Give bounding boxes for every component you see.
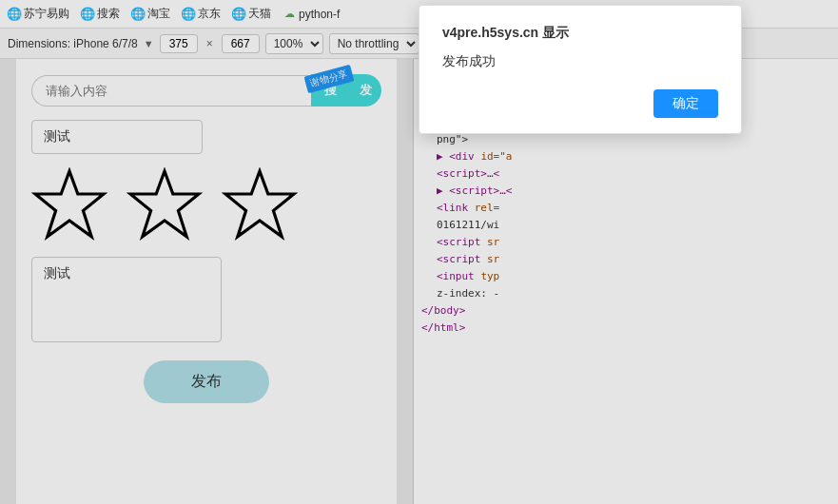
dialog-message: 发布成功 — [442, 53, 718, 70]
dialog-ok-button[interactable]: 确定 — [653, 89, 718, 118]
dialog-box: v4pre.h5sys.cn 显示 发布成功 确定 — [419, 5, 742, 134]
dialog-footer: 确定 — [442, 89, 718, 118]
dialog-overlay: v4pre.h5sys.cn 显示 发布成功 确定 — [0, 0, 838, 504]
dialog-title: v4pre.h5sys.cn 显示 — [442, 25, 718, 42]
